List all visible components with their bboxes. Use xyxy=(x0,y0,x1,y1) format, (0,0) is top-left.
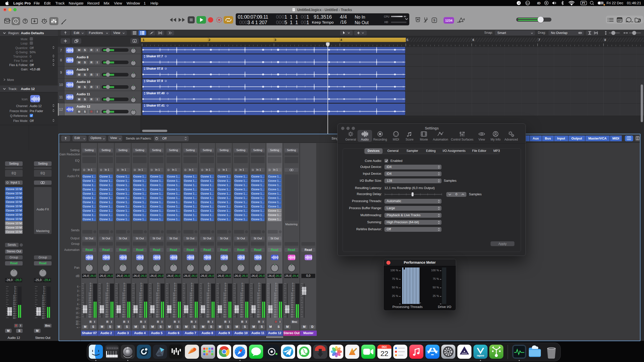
svg-text:15: 15 xyxy=(173,294,175,297)
svg-text:3: 3 xyxy=(124,285,125,287)
svg-text:文A: 文A xyxy=(526,2,530,5)
svg-text:PY: PY xyxy=(582,2,585,5)
svg-text:24: 24 xyxy=(291,301,293,304)
svg-text:60: 60 xyxy=(42,316,45,319)
svg-text:24: 24 xyxy=(274,301,276,304)
svg-text:45: 45 xyxy=(122,311,125,313)
svg-text:22: 22 xyxy=(380,350,388,357)
svg-text:60: 60 xyxy=(122,315,125,318)
svg-text:24: 24 xyxy=(223,301,226,304)
svg-text:24: 24 xyxy=(105,301,108,304)
svg-text:60: 60 xyxy=(105,315,108,318)
svg-text:60: 60 xyxy=(13,316,16,319)
svg-text:45: 45 xyxy=(257,311,260,313)
svg-text:S: S xyxy=(433,19,435,22)
svg-text:24: 24 xyxy=(173,301,175,304)
svg-text:15: 15 xyxy=(89,294,91,297)
svg-text:60: 60 xyxy=(274,315,276,318)
svg-text:60: 60 xyxy=(240,315,243,318)
svg-text:15: 15 xyxy=(274,294,276,297)
svg-text:45: 45 xyxy=(139,311,142,313)
svg-text:15: 15 xyxy=(105,294,108,297)
svg-text:3: 3 xyxy=(140,285,142,287)
svg-text:60: 60 xyxy=(223,315,226,318)
svg-text:3: 3 xyxy=(292,285,293,287)
svg-text:15: 15 xyxy=(291,294,293,297)
svg-text:60: 60 xyxy=(156,315,158,318)
svg-text:60: 60 xyxy=(207,315,209,318)
svg-text:3: 3 xyxy=(242,285,243,287)
svg-text:45: 45 xyxy=(156,311,158,313)
svg-text:24: 24 xyxy=(257,301,260,304)
svg-text:24: 24 xyxy=(156,301,158,304)
svg-text:3: 3 xyxy=(275,285,276,287)
svg-text:45: 45 xyxy=(291,311,293,313)
svg-text:15: 15 xyxy=(139,294,142,297)
svg-text:60: 60 xyxy=(173,315,175,318)
svg-text:rapoo: rapoo xyxy=(477,354,484,357)
svg-text:24: 24 xyxy=(139,301,142,304)
svg-text:1234: 1234 xyxy=(445,19,453,22)
svg-text:60: 60 xyxy=(291,315,293,318)
svg-text:60: 60 xyxy=(190,315,192,318)
svg-text:24: 24 xyxy=(122,301,125,304)
svg-text:3: 3 xyxy=(191,285,192,287)
svg-text:iD: iD xyxy=(537,1,541,5)
svg-text:60: 60 xyxy=(89,315,91,318)
svg-text:45: 45 xyxy=(173,311,175,313)
svg-text:45: 45 xyxy=(207,311,209,313)
svg-text:60: 60 xyxy=(257,315,260,318)
svg-text:45: 45 xyxy=(190,311,192,313)
svg-text:15: 15 xyxy=(223,294,226,297)
svg-text:3: 3 xyxy=(258,285,260,287)
svg-text:15: 15 xyxy=(190,294,192,297)
svg-text:15: 15 xyxy=(122,294,125,297)
svg-text:3: 3 xyxy=(90,285,91,287)
svg-text:45: 45 xyxy=(240,311,243,313)
svg-text:24: 24 xyxy=(207,301,209,304)
svg-text:3: 3 xyxy=(157,285,158,287)
svg-text:60: 60 xyxy=(139,315,142,318)
svg-text:15: 15 xyxy=(156,294,158,297)
svg-text:45: 45 xyxy=(274,311,276,313)
svg-text:15: 15 xyxy=(257,294,260,297)
svg-text:3: 3 xyxy=(107,285,108,287)
svg-text:3: 3 xyxy=(225,285,226,287)
svg-text:3: 3 xyxy=(208,285,209,287)
svg-text:45: 45 xyxy=(105,311,108,313)
svg-text:DEC: DEC xyxy=(382,346,387,348)
svg-text:24: 24 xyxy=(240,301,243,304)
svg-text:24: 24 xyxy=(89,301,91,304)
svg-text:15: 15 xyxy=(207,294,209,297)
svg-text:45: 45 xyxy=(223,311,226,313)
svg-text:15: 15 xyxy=(240,294,243,297)
svg-text:24: 24 xyxy=(190,301,192,304)
svg-text:3: 3 xyxy=(174,285,175,287)
svg-text:45: 45 xyxy=(89,311,91,313)
